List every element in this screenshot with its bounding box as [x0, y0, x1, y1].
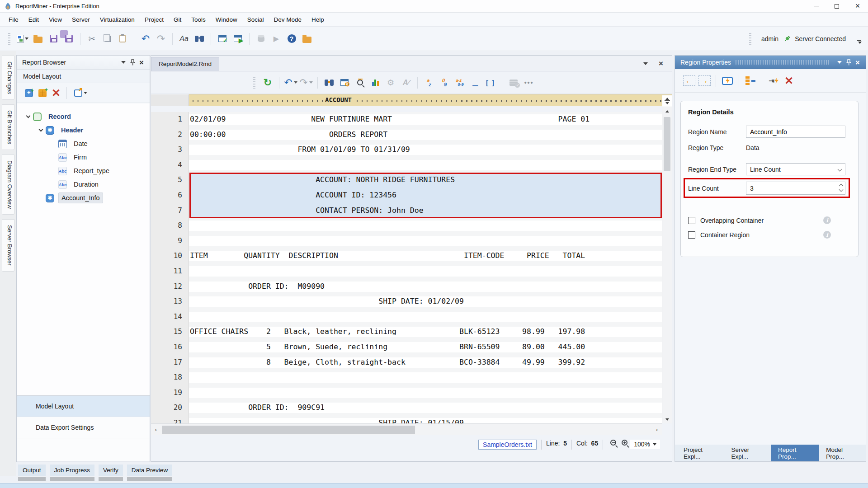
- menu-help[interactable]: Help: [307, 14, 329, 25]
- side-tab-git-changes[interactable]: Git Changes: [2, 56, 14, 100]
- zoom-out-button[interactable]: [610, 440, 616, 446]
- delete-region-button[interactable]: ✕: [781, 74, 797, 88]
- copy-button[interactable]: [100, 32, 114, 46]
- scroll-down-button[interactable]: [662, 415, 672, 423]
- menu-virtualization[interactable]: Virtualization: [95, 14, 140, 25]
- tree-item-report_type[interactable]: AbcReport_type: [17, 164, 150, 178]
- menu-edit[interactable]: Edit: [24, 14, 44, 25]
- redo-button[interactable]: ↷: [154, 32, 168, 46]
- tree-item-record[interactable]: Record: [17, 110, 150, 123]
- panel-tab-model-prop-[interactable]: Model Prop...: [819, 445, 866, 461]
- find-button[interactable]: [193, 32, 206, 46]
- report-line-9[interactable]: 9: [151, 234, 662, 249]
- tree-item-firm[interactable]: AbcFirm: [17, 150, 150, 164]
- report-line-19[interactable]: 19: [151, 385, 662, 401]
- underscore-button[interactable]: ＿: [468, 75, 482, 90]
- report-line-2[interactable]: 200:00:00 ORDERS REPORT: [151, 127, 662, 143]
- cut-button[interactable]: ✂: [85, 32, 99, 46]
- side-tab-git-branches[interactable]: Git Branches: [2, 104, 14, 150]
- scroll-left-button[interactable]: ‹: [151, 426, 161, 433]
- panel-tab-report-prop-[interactable]: Report Prop...: [771, 445, 819, 461]
- region-ruler[interactable]: ACCOUNT: [151, 94, 672, 106]
- report-line-14[interactable]: 14: [151, 310, 662, 325]
- report-line-1[interactable]: 102/01/09 NEW FURTINURE MART PAGE 01: [151, 112, 662, 127]
- editor-redo-button[interactable]: ↷: [299, 75, 313, 90]
- menu-file[interactable]: File: [4, 14, 24, 25]
- zoom-level-select[interactable]: 100%: [630, 440, 660, 449]
- checkbox-unchecked[interactable]: [688, 217, 695, 224]
- menu-window[interactable]: Window: [211, 14, 242, 25]
- report-line-12[interactable]: 12 ORDER ID: M09090: [151, 279, 662, 295]
- new-document-button[interactable]: [16, 32, 29, 46]
- panel-menu-button[interactable]: [835, 61, 844, 64]
- paste-button[interactable]: [116, 32, 129, 46]
- more-tools-button[interactable]: •••: [522, 75, 536, 90]
- report-line-8[interactable]: 8: [151, 218, 662, 234]
- scroll-right-button[interactable]: ›: [652, 426, 662, 433]
- report-line-5[interactable]: 5 ACCOUNT: NORTH RIDGE FURNITURES: [151, 173, 662, 188]
- menu-server[interactable]: Server: [67, 14, 95, 25]
- auto-create-button[interactable]: ⚙: [384, 75, 397, 90]
- close-panel-button[interactable]: ×: [853, 59, 862, 66]
- fields-hierarchy-button[interactable]: [743, 74, 758, 88]
- report-line-7[interactable]: 7 CONTACT PERSON: John Doe: [151, 203, 662, 219]
- panel-tab-project-expl-[interactable]: Project Expl...: [677, 445, 725, 461]
- run-model-button[interactable]: ▶: [231, 32, 245, 46]
- report-line-3[interactable]: 3 FROM 01/01/09 TO 01/31/09: [151, 142, 662, 158]
- font-button[interactable]: Aa: [177, 32, 191, 46]
- pin-icon[interactable]: [128, 59, 137, 66]
- expander-chevron-icon[interactable]: [23, 116, 33, 117]
- zoom-in-button[interactable]: [622, 440, 627, 446]
- browse-button[interactable]: [300, 32, 314, 46]
- report-line-10[interactable]: 10ITEM QUANTITY DESCRIPTION ITEM-CODE PR…: [151, 249, 662, 264]
- toolbar-grip-right[interactable]: [749, 33, 751, 45]
- dock-tab-output[interactable]: Output: [18, 465, 46, 483]
- region-name-input[interactable]: [746, 126, 845, 138]
- minimize-button[interactable]: [806, 0, 826, 13]
- undo-button[interactable]: ↶: [139, 32, 152, 46]
- source-file-badge[interactable]: SampleOrders.txt: [478, 440, 537, 450]
- maximize-button[interactable]: [826, 0, 847, 13]
- tree-item-header[interactable]: ✱Header: [17, 123, 150, 137]
- horizontal-scrollbar[interactable]: ‹ ›: [151, 423, 662, 435]
- verify-model-button[interactable]: ✓: [216, 32, 229, 46]
- checkbox-unchecked[interactable]: [688, 231, 695, 239]
- font-edit-button[interactable]: A∕: [399, 75, 413, 90]
- save-all-button[interactable]: [62, 32, 75, 46]
- zoom-search-button[interactable]: [353, 75, 367, 90]
- hscroll-thumb[interactable]: [162, 426, 415, 434]
- export-model-button[interactable]: [71, 86, 90, 100]
- close-button[interactable]: ×: [847, 0, 868, 13]
- report-line-4[interactable]: 4: [151, 158, 662, 173]
- scroll-up-button[interactable]: [662, 107, 672, 115]
- pattern-button[interactable]: ⚙: [338, 75, 351, 90]
- editor-find-button[interactable]: [322, 75, 336, 90]
- menu-tools[interactable]: Tools: [186, 14, 211, 25]
- region-end-type-select[interactable]: Line Count: [746, 163, 845, 175]
- chart-button[interactable]: [368, 75, 382, 90]
- side-tab-server-browser[interactable]: Server Browser: [2, 219, 14, 272]
- report-line-16[interactable]: 16 5 Brown, Suede, reclining BRN-65509 8…: [151, 340, 662, 355]
- report-line-15[interactable]: 15OFFICE CHAIRS 2 Black, leather, reclin…: [151, 324, 662, 340]
- delete-node-button[interactable]: ✕: [49, 86, 63, 100]
- sort-alnum-button[interactable]: a-z0-9: [453, 75, 467, 90]
- dock-tab-job-progress[interactable]: Job Progress: [50, 465, 95, 483]
- footer-item-model-layout[interactable]: Model Layout: [17, 396, 150, 417]
- region-lightning-button[interactable]: ⇥: [766, 74, 781, 88]
- vertical-scrollbar[interactable]: [662, 95, 672, 423]
- dock-tab-verify[interactable]: Verify: [99, 465, 123, 483]
- database-button[interactable]: [254, 32, 268, 46]
- add-region-button[interactable]: [22, 86, 36, 100]
- next-region-button[interactable]: →: [697, 74, 712, 88]
- toolbar-overflow-button[interactable]: [857, 40, 862, 44]
- previous-region-button[interactable]: ←: [681, 74, 697, 88]
- panel-menu-button[interactable]: [119, 61, 128, 64]
- apply-frame-button[interactable]: [720, 74, 735, 88]
- close-panel-button[interactable]: ×: [137, 59, 146, 66]
- line-count-spinner[interactable]: 3: [746, 182, 845, 195]
- footer-item-data-export-settings[interactable]: Data Export Settings: [17, 417, 150, 438]
- report-line-18[interactable]: 18: [151, 370, 662, 385]
- menu-view[interactable]: View: [44, 14, 67, 25]
- server-ok-button[interactable]: ✓: [507, 75, 520, 90]
- report-line-17[interactable]: 17 8 Beige, Cloth, straight-back BCO-338…: [151, 355, 662, 371]
